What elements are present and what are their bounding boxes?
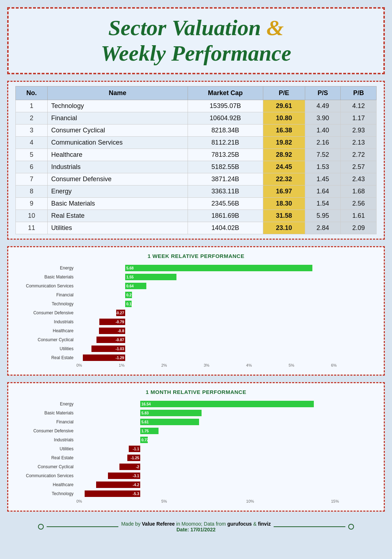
- table-row: 4 Communication Services 8112.21B 19.82 …: [16, 136, 377, 149]
- bar-area: -0.8: [76, 327, 377, 335]
- bar-value-label: -3.1: [132, 474, 140, 478]
- cell-pe: 31.58: [263, 210, 305, 222]
- bar-negative: -0.27: [116, 310, 125, 316]
- cell-pe: 24.45: [263, 161, 305, 173]
- bar-label: Communication Services: [15, 473, 76, 478]
- cell-no: 2: [16, 112, 48, 124]
- bar-row: Real Estate-1.25: [15, 454, 377, 462]
- table-box: No. Name Market Cap P/E P/S P/B 1 Techno…: [7, 81, 385, 240]
- cell-ps: 1.54: [305, 197, 341, 210]
- bar-row: Technology0.19: [15, 300, 377, 308]
- header-box: Sector Valuation & Weekly Performance: [7, 7, 385, 74]
- cell-pe: 23.10: [263, 222, 305, 234]
- cell-pb: 2.72: [341, 149, 377, 161]
- cell-no: 8: [16, 185, 48, 197]
- cell-pb: 1.61: [341, 210, 377, 222]
- bar-positive: 16.54: [140, 401, 313, 407]
- bar-area: -0.87: [76, 336, 377, 344]
- bar-label: Consumer Cyclical: [15, 337, 76, 342]
- cell-ps: 5.95: [305, 210, 341, 222]
- cell-name: Communication Services: [47, 136, 188, 149]
- cell-no: 6: [16, 161, 48, 173]
- cell-name: Basic Materials: [47, 197, 188, 210]
- bar-label: Energy: [15, 266, 76, 271]
- bar-value-label: 5.68: [125, 266, 134, 270]
- cell-marketcap: 1861.69B: [188, 210, 263, 222]
- x-axis-tick: 5%: [289, 363, 294, 367]
- title-line2: Weekly Performance: [101, 41, 291, 65]
- cell-ps: 1.64: [305, 185, 341, 197]
- bar-area: -4.2: [76, 481, 377, 489]
- cell-ps: 3.90: [305, 112, 341, 124]
- x-axis-tick: 10%: [246, 499, 254, 503]
- cell-name: Consumer Cyclical: [47, 124, 188, 136]
- cell-pe: 22.32: [263, 173, 305, 185]
- x-axis-tick: 3%: [204, 363, 209, 367]
- x-axis-tick: 0%: [76, 363, 82, 367]
- footer-hr-right: [274, 526, 345, 527]
- bar-positive: 0.19: [125, 301, 131, 307]
- bar-negative: -1.29: [83, 354, 125, 361]
- cell-ps: 1.40: [305, 124, 341, 136]
- bar-row: Industrials-0.79: [15, 318, 377, 326]
- cell-ps: 7.52: [305, 149, 341, 161]
- bar-label: Financial: [15, 292, 76, 297]
- cell-no: 4: [16, 136, 48, 149]
- bar-value-label: 1.55: [125, 275, 134, 279]
- bar-negative: -1.03: [91, 346, 126, 352]
- week-chart-box: 1 WEEK RELATIVE PERFORMANCE Energy5.68Ba…: [7, 246, 385, 376]
- footer: Made by Value Referee in Moomoo; Data fr…: [7, 518, 385, 534]
- cell-name: Utilities: [47, 222, 188, 234]
- bar-label: Energy: [15, 401, 76, 407]
- bar-label: Financial: [15, 419, 76, 424]
- footer-circle-left: [38, 524, 44, 530]
- bar-row: Consumer Cyclical-2: [15, 463, 377, 471]
- table-row: 2 Financial 10604.92B 10.80 3.90 1.17: [16, 112, 377, 124]
- table-row: 8 Energy 3363.11B 16.97 1.64 1.68: [16, 185, 377, 197]
- cell-marketcap: 3871.24B: [188, 173, 263, 185]
- table-row: 3 Consumer Cyclical 8218.34B 16.38 1.40 …: [16, 124, 377, 136]
- cell-pb: 2.56: [341, 197, 377, 210]
- cell-no: 11: [16, 222, 48, 234]
- cell-ps: 1.45: [305, 173, 341, 185]
- cell-no: 1: [16, 100, 48, 112]
- bar-negative: -1.1: [129, 446, 140, 452]
- bar-area: -1.1: [76, 445, 377, 453]
- col-marketcap: Market Cap: [188, 86, 263, 100]
- bar-row: Consumer Defensive1.75: [15, 427, 377, 435]
- bar-label: Healthcare: [15, 482, 76, 487]
- col-no: No.: [16, 86, 48, 100]
- cell-marketcap: 15395.07B: [188, 100, 263, 112]
- bar-row: Communication Services-3.1: [15, 472, 377, 480]
- title-line1: Sector Valuation: [108, 15, 261, 40]
- x-axis-tick: 2%: [161, 363, 167, 367]
- cell-ps: 1.53: [305, 161, 341, 173]
- bar-value-label: -1.1: [132, 447, 140, 451]
- bar-row: Technology-5.3: [15, 490, 377, 498]
- cell-ps: 4.49: [305, 100, 341, 112]
- bar-label: Utilities: [15, 446, 76, 451]
- bar-area: 1.75: [76, 427, 377, 435]
- bar-negative: -5.3: [85, 490, 140, 497]
- cell-pb: 1.17: [341, 112, 377, 124]
- bar-positive: 1.55: [125, 274, 176, 280]
- table-row: 6 Industrials 5182.55B 24.45 1.53 2.57: [16, 161, 377, 173]
- bar-value-label: 1.75: [140, 429, 150, 433]
- month-chart-title: 1 MONTH RELATIVE PERFORMANCE: [15, 389, 377, 395]
- week-chart-title: 1 WEEK RELATIVE PERFORMANCE: [15, 253, 377, 259]
- bar-value-label: -4.2: [132, 483, 140, 487]
- bar-value-label: -0.79: [114, 320, 125, 324]
- bar-row: Communication Services0.64: [15, 282, 377, 290]
- bar-positive: 5.61: [140, 419, 199, 425]
- bar-positive: 0.72: [140, 437, 148, 443]
- cell-no: 5: [16, 149, 48, 161]
- cell-pb: 2.09: [341, 222, 377, 234]
- bar-label: Consumer Cyclical: [15, 464, 76, 469]
- month-chart: Energy16.54Basic Materials5.83Financial5…: [15, 400, 377, 505]
- bar-area: 5.61: [76, 418, 377, 426]
- table-row: 1 Technology 15395.07B 29.61 4.49 4.12: [16, 100, 377, 112]
- bar-label: Healthcare: [15, 328, 76, 333]
- bar-positive: 5.68: [125, 265, 312, 271]
- table-row: 9 Basic Materials 2345.56B 18.30 1.54 2.…: [16, 197, 377, 210]
- bar-area: -1.25: [76, 454, 377, 462]
